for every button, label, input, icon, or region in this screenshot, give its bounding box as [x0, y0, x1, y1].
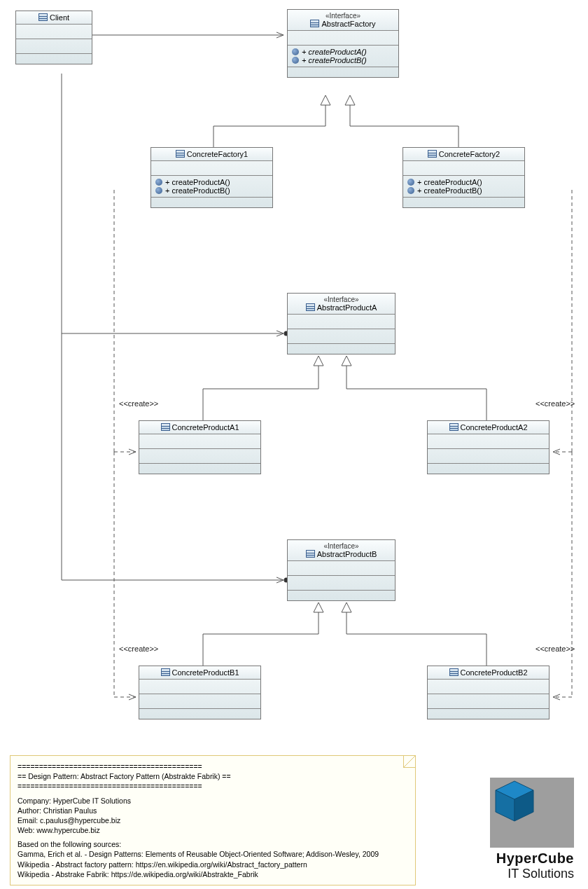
create-label-2: <<create>> [536, 399, 575, 408]
class-concrete-factory-2[interactable]: ConcreteFactory2 + createProductA() + cr… [402, 147, 525, 208]
class-abstract-factory[interactable]: «Interface» AbstractFactory + createProd… [287, 9, 399, 78]
create-label-1: <<create>> [119, 399, 158, 408]
logo: HyperCube IT Solutions [490, 778, 574, 881]
class-concrete-product-a1[interactable]: ConcreteProductA1 [139, 420, 261, 474]
cube-icon [490, 778, 574, 848]
method-icon [292, 48, 299, 55]
method-icon [155, 187, 162, 194]
method-icon [155, 179, 162, 186]
create-label-4: <<create>> [536, 645, 575, 653]
create-label-3: <<create>> [119, 645, 158, 653]
logo-text-1: HyperCube [490, 850, 574, 867]
class-concrete-product-a2[interactable]: ConcreteProductA2 [427, 420, 550, 474]
class-abstract-product-a[interactable]: «Interface» AbstractProductA [287, 293, 396, 354]
diagram-note: ========================================… [10, 755, 416, 885]
class-concrete-factory-1[interactable]: ConcreteFactory1 + createProductA() + cr… [150, 147, 273, 208]
class-abstract-product-b[interactable]: «Interface» AbstractProductB [287, 539, 396, 601]
class-client-name: Client [50, 13, 69, 22]
class-concrete-product-b1[interactable]: ConcreteProductB1 [139, 666, 261, 719]
method-icon [407, 179, 414, 186]
class-concrete-product-b2[interactable]: ConcreteProductB2 [427, 666, 550, 719]
method-icon [292, 57, 299, 64]
stereotype: «Interface» [290, 12, 396, 20]
method-icon [407, 187, 414, 194]
class-client[interactable]: Client [15, 11, 92, 64]
logo-text-2: IT Solutions [490, 867, 574, 881]
